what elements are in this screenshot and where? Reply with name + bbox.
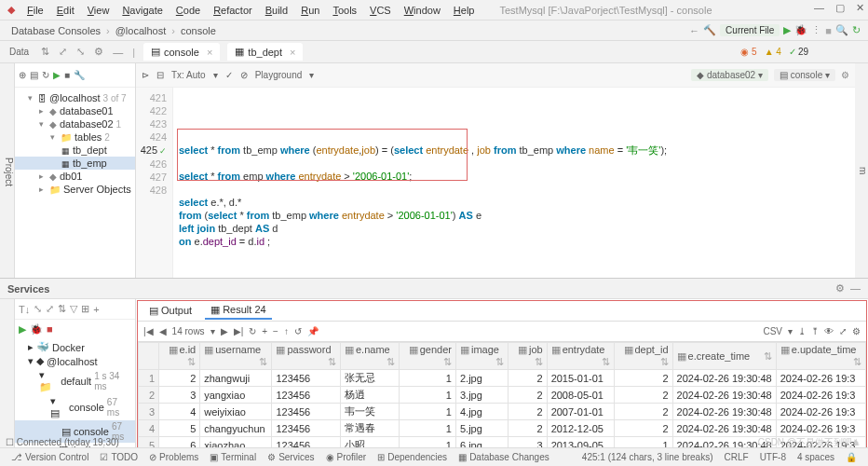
ok-badge[interactable]: 29 [789, 47, 808, 57]
collapse-icon[interactable]: ⤢ [46, 303, 54, 315]
del-row-icon[interactable]: − [273, 326, 278, 336]
sync-icon[interactable]: ↻ [42, 70, 49, 80]
sb-version[interactable]: ⎇ Version Control [6, 452, 94, 462]
menu-navigate[interactable]: Navigate [115, 5, 169, 16]
back-icon[interactable]: ← [689, 25, 699, 36]
sb-enc[interactable]: UTF-8 [754, 452, 792, 462]
tree-tbdept[interactable]: tb_dept [15, 144, 135, 157]
close-tab-icon[interactable]: × [207, 47, 212, 58]
filter-icon[interactable]: ▤ [30, 70, 38, 80]
collapse-icon[interactable]: ⤡ [74, 46, 88, 58]
run-icon[interactable]: ▶ [53, 70, 61, 80]
tab-console[interactable]: ▤ console × [143, 43, 220, 61]
next-icon[interactable]: ▶ [221, 326, 228, 336]
sb-terminal[interactable]: ▣ Terminal [204, 452, 262, 462]
stop-icon[interactable]: ■ [825, 25, 832, 36]
wrench-icon[interactable]: 🔧 [74, 70, 85, 80]
project-tab[interactable]: Project [4, 158, 14, 186]
tree-db2[interactable]: ▾◆database02 1 [15, 117, 135, 130]
output-tab[interactable]: ▤ Output [143, 303, 197, 319]
menu-file[interactable]: File [20, 5, 50, 16]
gear-icon[interactable]: ⚙ [835, 282, 845, 295]
last-icon[interactable]: ▶| [234, 326, 244, 336]
filter-icon[interactable]: ⇅ [58, 303, 66, 315]
maximize-icon[interactable]: ▢ [835, 2, 845, 14]
more-icon[interactable]: ⊞ [81, 303, 89, 315]
search-icon[interactable]: 🔍 [835, 24, 848, 36]
sb-profiler[interactable]: ◉ Profiler [320, 452, 373, 462]
expand-icon[interactable]: ⤡ [34, 303, 42, 315]
explain-icon[interactable]: ⊟ [156, 70, 164, 80]
menu-run[interactable]: Run [294, 5, 326, 16]
menu-build[interactable]: Build [259, 5, 294, 16]
stop-icon[interactable]: ■ [64, 70, 70, 80]
menu-edit[interactable]: Edit [50, 5, 81, 16]
csv-export[interactable]: CSV [763, 326, 782, 336]
minimize-icon[interactable]: — [850, 282, 861, 295]
tab-tbdept[interactable]: ▦ tb_dept × [227, 43, 303, 61]
pin-icon[interactable]: 📌 [307, 326, 319, 336]
menu-code[interactable]: Code [170, 5, 207, 16]
export-icon[interactable]: ⤓ [798, 326, 806, 336]
refresh-icon[interactable]: ↻ [249, 326, 256, 336]
sort-icon[interactable]: T↓ [19, 304, 30, 315]
add-row-icon[interactable]: + [262, 326, 267, 336]
view-icon[interactable]: 👁 [824, 326, 834, 336]
stop-icon[interactable]: ■ [47, 323, 53, 335]
more-icon[interactable]: ⋮ [811, 24, 821, 36]
tree-db3[interactable]: ▸◆db01 [15, 170, 135, 183]
tree-root[interactable]: ▾@localhost 3 of 7 [15, 91, 135, 104]
close-icon[interactable]: ✕ [856, 2, 864, 14]
debug-icon[interactable]: 🐞 [30, 323, 43, 336]
tree-server[interactable]: ▸📁Server Objects [15, 183, 135, 196]
minimize-icon[interactable]: — [814, 2, 824, 14]
filter-icon[interactable]: ⇅ [38, 46, 52, 58]
svc-console[interactable]: ▾ ▤ console 67 ms [15, 394, 135, 420]
add-icon[interactable]: + [93, 304, 99, 315]
sb-lock-icon[interactable]: 🔒 [840, 452, 862, 462]
funnel-icon[interactable]: ▽ [70, 303, 77, 315]
tree-tables[interactable]: ▾📁tables 2 [15, 130, 135, 144]
run-icon[interactable]: ▶ [783, 24, 791, 36]
menu-refactor[interactable]: Refactor [207, 5, 259, 16]
sb-spaces[interactable]: 4 spaces [792, 452, 840, 462]
import-icon[interactable]: ⤒ [811, 326, 819, 336]
gear-icon[interactable]: ⚙ [91, 46, 106, 58]
run-icon[interactable]: ▶ [19, 323, 26, 336]
debug-icon[interactable]: 🐞 [794, 24, 807, 36]
sb-lf[interactable]: CRLF [719, 452, 754, 462]
sb-dbchanges[interactable]: ▦ Database Changes [453, 452, 555, 462]
prev-icon[interactable]: ◀ [159, 326, 167, 336]
commit-icon[interactable]: ↑ [284, 326, 289, 336]
tree-db1[interactable]: ▸◆database01 [15, 104, 135, 117]
minus-icon[interactable]: — [110, 47, 126, 58]
breadcrumb-item[interactable]: @localhost [112, 25, 170, 36]
warn-badge[interactable]: ▲ 4 [765, 47, 781, 57]
refresh-icon[interactable]: ⊕ [19, 70, 26, 80]
menu-window[interactable]: Window [398, 5, 447, 16]
execute-icon[interactable]: ⊳ [142, 70, 149, 80]
expand-icon[interactable]: ⤢ [839, 326, 847, 336]
svc-docker[interactable]: ▸ 🐳 Docker [15, 340, 135, 354]
maven-tab[interactable]: m [858, 167, 868, 174]
run-config[interactable]: Current File [720, 24, 780, 36]
revert-icon[interactable]: ↺ [294, 326, 302, 336]
tree-tbemp[interactable]: tb_emp [15, 157, 135, 170]
breadcrumb-item[interactable]: console [177, 25, 220, 36]
first-icon[interactable]: |◀ [143, 326, 154, 336]
menu-vcs[interactable]: VCS [363, 5, 398, 16]
result-tab[interactable]: ▦ Result 24 [205, 302, 272, 320]
menu-tools[interactable]: Tools [326, 5, 363, 16]
gear-icon[interactable]: ⚙ [852, 326, 861, 336]
svc-host[interactable]: ▾ ◆ @localhost [15, 354, 135, 368]
hammer-icon[interactable]: 🔨 [703, 24, 716, 36]
sb-services[interactable]: ⚙ Services [262, 452, 319, 462]
sync-icon[interactable]: ↻ [852, 24, 861, 36]
error-badge[interactable]: ◉ 5 [740, 47, 756, 57]
sb-todo[interactable]: ☑ TODO [94, 452, 143, 462]
expand-icon[interactable]: ⤢ [56, 46, 70, 58]
menu-help[interactable]: Help [447, 5, 481, 16]
sb-problems[interactable]: ⊘ Problems [143, 452, 204, 462]
breadcrumb-item[interactable]: Database Consoles [7, 25, 104, 36]
sb-deps[interactable]: ⊞ Dependencies [372, 452, 453, 462]
